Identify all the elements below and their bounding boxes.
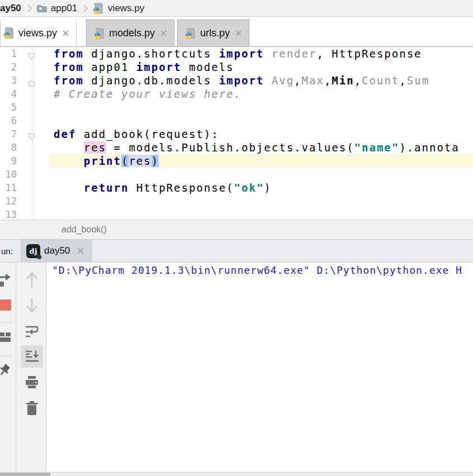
print-icon[interactable] xyxy=(24,374,40,390)
run-tab-day50[interactable]: dj day50 xyxy=(21,240,92,262)
run-main-toolbar xyxy=(0,263,16,472)
scrollbar-thumb[interactable] xyxy=(0,473,50,476)
line-number: 2 xyxy=(0,60,17,74)
breadcrumb-item-views-py[interactable]: views.py xyxy=(92,2,146,15)
code-line-6[interactable]: 6 xyxy=(0,114,473,127)
code-text: from django.shortcuts import render, Htt… xyxy=(49,47,473,60)
gutter: 8 xyxy=(0,141,49,154)
navigate-up-icon[interactable] xyxy=(24,270,40,289)
code-line-12[interactable]: 12 xyxy=(0,194,473,208)
code-line-9[interactable]: 9 print(res) xyxy=(0,154,473,168)
horizontal-scrollbar[interactable] xyxy=(0,472,473,476)
navigate-down-icon[interactable] xyxy=(24,296,40,315)
code-text xyxy=(49,208,473,220)
gutter: 13 xyxy=(0,208,49,220)
breadcrumb-label: ay50 xyxy=(0,3,21,14)
console-command-line: "D:\PyCharm 2019.1.3\bin\runnerw64.exe" … xyxy=(52,264,473,276)
line-number: 7 xyxy=(0,127,17,141)
code-line-5[interactable]: 5 xyxy=(0,101,473,114)
python-icon xyxy=(92,2,105,15)
code-text xyxy=(49,168,473,181)
code-line-13[interactable]: 13 xyxy=(0,208,473,220)
clear-console-icon[interactable] xyxy=(25,400,39,417)
tab-urls-py[interactable]: urls.py xyxy=(177,20,249,46)
gutter: 11 xyxy=(0,181,49,194)
console-output[interactable]: "D:\PyCharm 2019.1.3\bin\runnerw64.exe" … xyxy=(46,263,473,472)
line-number: 13 xyxy=(0,208,17,220)
soft-wrap-icon[interactable] xyxy=(23,323,40,340)
restore-layout-icon[interactable] xyxy=(0,331,13,344)
line-number: 5 xyxy=(0,101,17,114)
code-line-11[interactable]: 11 return HttpResponse("ok") xyxy=(0,181,473,194)
run-tab-label: day50 xyxy=(44,245,70,256)
code-lines: 1from django.shortcuts import render, Ht… xyxy=(0,47,473,220)
code-text xyxy=(49,114,473,127)
toolbar-divider xyxy=(0,322,12,323)
breadcrumb-item-ay50[interactable]: ay50 xyxy=(0,3,23,14)
code-text: def add_book(request): xyxy=(49,127,473,141)
python-file-icon xyxy=(185,27,197,40)
chevron-right-icon xyxy=(83,4,88,13)
code-text: # Create your views here. xyxy=(49,87,473,101)
python-file-icon xyxy=(93,27,106,40)
tab-models-py[interactable]: models.py xyxy=(86,20,174,46)
code-line-3[interactable]: 3from django.db.models import Avg,Max,Mi… xyxy=(0,74,473,87)
gutter: 12 xyxy=(0,194,49,208)
line-number: 9 xyxy=(0,154,17,168)
close-icon[interactable] xyxy=(62,30,69,37)
console-toolbar xyxy=(16,263,46,472)
gutter: 3 xyxy=(0,74,49,87)
python-file-icon xyxy=(3,27,15,39)
gutter: 1 xyxy=(0,47,49,60)
close-icon[interactable] xyxy=(235,30,242,37)
breadcrumb: ay50app01views.py xyxy=(0,0,473,17)
toolbar-divider xyxy=(0,355,12,356)
close-icon[interactable] xyxy=(77,247,84,255)
code-line-7[interactable]: 7def add_book(request): xyxy=(0,127,473,141)
django-icon: dj xyxy=(26,244,40,258)
code-text: print(res) xyxy=(49,154,473,168)
code-editor[interactable]: 1from django.shortcuts import render, Ht… xyxy=(0,47,473,220)
code-line-4[interactable]: 4# Create your views here. xyxy=(0,87,473,101)
run-console-panel: "D:\PyCharm 2019.1.3\bin\runnerw64.exe" … xyxy=(0,263,473,472)
pin-icon[interactable] xyxy=(0,363,13,378)
code-text: from app01 import models xyxy=(49,60,473,74)
line-number: 10 xyxy=(0,168,17,181)
context-function-label[interactable]: add_book() xyxy=(62,225,107,235)
pycharm-window: ay50app01views.py views.pymodels.pyurls.… xyxy=(0,0,473,476)
gutter: 6 xyxy=(0,114,49,127)
code-line-8[interactable]: 8 res = models.Publish.objects.values("n… xyxy=(0,141,473,154)
gutter: 4 xyxy=(0,87,49,101)
run-toolwindow-title: un: xyxy=(1,246,20,256)
run-toolwindow-header: un: dj day50 xyxy=(0,240,473,263)
breadcrumb-item-app01[interactable]: app01 xyxy=(36,3,79,14)
code-line-1[interactable]: 1from django.shortcuts import render, Ht… xyxy=(0,47,473,60)
rerun-icon[interactable] xyxy=(0,272,15,288)
stop-icon[interactable] xyxy=(0,298,13,312)
tab-label: urls.py xyxy=(200,27,230,39)
gutter: 5 xyxy=(0,101,49,114)
line-number: 12 xyxy=(0,194,17,208)
code-line-10[interactable]: 10 xyxy=(0,168,473,181)
gutter: 7 xyxy=(0,127,49,141)
folder-icon xyxy=(36,4,48,13)
code-line-2[interactable]: 2from app01 import models xyxy=(0,60,473,74)
gutter: 9 xyxy=(0,154,49,168)
editor-tab-strip: views.pymodels.pyurls.py xyxy=(0,17,473,47)
close-icon[interactable] xyxy=(160,30,167,37)
code-text: from django.db.models import Avg,Max,Min… xyxy=(49,74,473,87)
line-number: 8 xyxy=(0,141,17,154)
chevron-right-icon xyxy=(27,4,32,13)
line-number: 6 xyxy=(0,114,17,127)
code-text xyxy=(49,101,473,114)
gutter: 2 xyxy=(0,60,49,74)
breadcrumb-label: app01 xyxy=(51,3,77,14)
tab-label: models.py xyxy=(109,27,155,39)
context-bar: add_book() xyxy=(0,220,473,240)
line-number: 1 xyxy=(0,47,17,60)
tab-views-py[interactable]: views.py xyxy=(0,20,77,46)
scroll-to-end-icon[interactable] xyxy=(21,345,43,368)
code-text xyxy=(49,194,473,208)
line-number: 4 xyxy=(0,87,17,101)
line-number: 3 xyxy=(0,74,17,87)
